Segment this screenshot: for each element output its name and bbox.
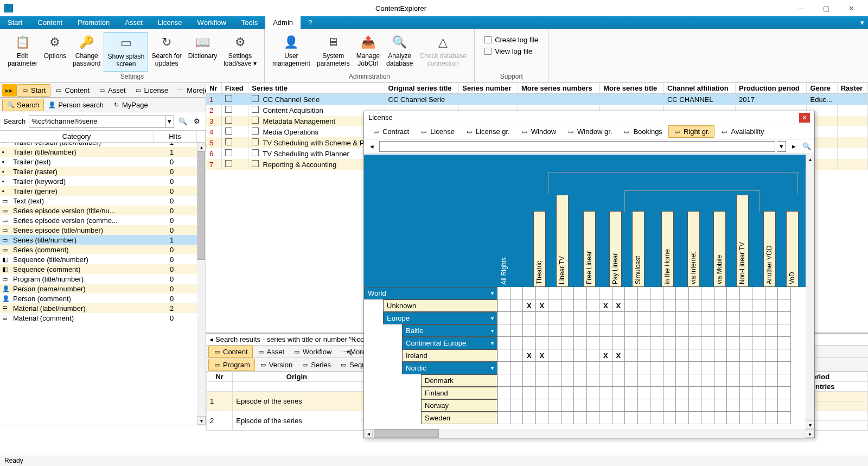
geo-label-ireland[interactable]: Ireland <box>402 349 497 362</box>
ribbon-expand-icon[interactable]: ▾ <box>856 16 868 29</box>
fixed-checkbox[interactable] <box>225 160 232 167</box>
category-row[interactable]: ▭Series episode (title/number)0 <box>0 225 197 235</box>
row-checkbox[interactable] <box>252 117 259 124</box>
license-nav-dropdown-icon[interactable]: ▾ <box>777 141 786 152</box>
category-row[interactable]: ▭Series episode version (title/nu...0 <box>0 206 197 215</box>
menu-tools[interactable]: Tools <box>234 16 265 29</box>
tab-person-search[interactable]: 👤Person search <box>44 99 108 111</box>
row-checkbox[interactable] <box>252 95 259 102</box>
rights-col-in-the-home[interactable]: in the Home <box>661 211 674 287</box>
category-row[interactable]: ▪Trailer (genre)0 <box>0 186 197 196</box>
series-col-header[interactable]: Series number <box>459 83 518 94</box>
series-col-header[interactable]: More series title <box>600 83 664 94</box>
menu-admin[interactable]: Admin <box>265 16 301 29</box>
tab-content[interactable]: ▭Content <box>50 85 94 96</box>
license-tab-contract[interactable]: ▭Contract <box>367 125 414 138</box>
rights-col-vod[interactable]: VoD <box>786 211 799 287</box>
license-hscroll[interactable]: ◂ ▸ <box>364 429 814 438</box>
category-scrollbar[interactable]: ▴ ▾ <box>197 143 206 425</box>
category-row[interactable]: ☰Material (label/number)2 <box>0 303 197 313</box>
fixed-checkbox[interactable] <box>225 127 232 135</box>
rights-col-linear-tv[interactable]: Linear TV <box>556 195 569 287</box>
series-col-header[interactable]: Fixed <box>221 83 248 94</box>
license-next-icon[interactable]: ▸ <box>788 141 799 152</box>
series-col-header[interactable]: Original series title <box>385 83 459 94</box>
series-col-header[interactable]: More series numbers <box>518 83 599 94</box>
menu-promotion[interactable]: Promotion <box>70 16 117 29</box>
scroll-right-icon[interactable]: ▸ <box>806 429 814 438</box>
license-nav-input[interactable] <box>379 141 775 152</box>
tab-asset[interactable]: ▭Asset <box>94 85 130 96</box>
geo-label-norway[interactable]: Norway <box>421 399 497 412</box>
rights-col-simulcast[interactable]: Simulcast <box>632 211 644 287</box>
ribbon-change-button[interactable]: 🔑Changepassword <box>69 32 104 72</box>
license-tab-window[interactable]: ▭Window <box>516 125 561 138</box>
hscroll-thumb[interactable] <box>374 429 439 438</box>
tab-series[interactable]: ▭Series <box>297 359 335 371</box>
ep-col-header[interactable]: Origin <box>233 372 361 382</box>
ribbon-options-button[interactable]: ⚙Options <box>41 32 69 72</box>
menu-?[interactable]: ? <box>301 16 320 29</box>
geo-label-europe[interactable]: Europe▾ <box>383 312 497 324</box>
fixed-checkbox[interactable] <box>225 149 232 156</box>
tab-content[interactable]: ▭Content <box>208 346 253 358</box>
ribbon-system-button[interactable]: 🖥Systemparameters <box>314 32 353 72</box>
category-row[interactable]: ▭Series (comment)0 <box>0 245 197 254</box>
scrollbar-thumb[interactable] <box>197 151 205 260</box>
row-checkbox[interactable] <box>252 149 259 156</box>
category-row[interactable]: ▪Trailer (title/number)1 <box>0 147 197 157</box>
rights-col-via-mobile[interactable]: via Mobile <box>713 211 726 287</box>
nav-arrow-icon[interactable]: ▸▸ <box>2 84 16 97</box>
tab-asset[interactable]: ▭Asset <box>253 346 289 358</box>
rights-col-free-linear[interactable]: Free Linear <box>583 211 596 287</box>
tab-version[interactable]: ▭Version <box>255 359 297 371</box>
category-row[interactable]: ◧Sequence (title/number)0 <box>0 254 197 264</box>
license-prev-icon[interactable]: ◂ <box>366 141 377 152</box>
series-col-header[interactable]: Raster <box>837 83 867 94</box>
menu-content[interactable]: Content <box>30 16 70 29</box>
close-button[interactable]: ✕ <box>839 0 864 16</box>
geo-label-world[interactable]: World▾ <box>364 287 497 299</box>
rights-col-pay-linear[interactable]: Pay Linear <box>609 211 622 287</box>
minimize-button[interactable]: — <box>789 0 814 16</box>
series-col-header[interactable]: Series title <box>248 83 385 94</box>
ribbon-edit-button[interactable]: 📋Editparameter <box>4 32 41 72</box>
category-row[interactable]: ▭Series (title/number)1 <box>0 235 197 245</box>
category-row[interactable]: ▭Series episode version (comme...0 <box>0 215 197 225</box>
ribbon-create-log-file-link[interactable]: Create log file <box>481 34 541 46</box>
rights-col-via-internet[interactable]: via Internet <box>687 211 700 287</box>
license-close-button[interactable]: ✕ <box>799 113 810 123</box>
tab-license[interactable]: ▭License <box>130 85 173 96</box>
ribbon-show-splash-button[interactable]: ▭Show splashscreen <box>104 32 148 72</box>
menu-asset[interactable]: Asset <box>117 16 150 29</box>
row-checkbox[interactable] <box>252 106 259 113</box>
geo-label-denmark[interactable]: Denmark <box>421 374 497 387</box>
category-row[interactable]: 👤Person (comment)0 <box>0 293 197 303</box>
menu-start[interactable]: Start <box>0 16 30 29</box>
ep-col-header2[interactable] <box>207 382 233 392</box>
tab-program[interactable]: ▭Program <box>208 359 255 371</box>
category-row[interactable]: ▪Trailer (text)0 <box>0 157 197 167</box>
search-go-icon[interactable]: 🔍 <box>177 116 188 127</box>
category-row[interactable]: ▭Text (text)0 <box>0 196 197 206</box>
geo-label-sweden[interactable]: Sweden <box>421 412 497 424</box>
ribbon-manage-button[interactable]: 📤ManageJobCtrl <box>353 32 383 72</box>
ep-col-header2[interactable] <box>233 382 361 392</box>
geo-label-continental-europe[interactable]: Continental Europe▾ <box>402 337 497 349</box>
category-list[interactable]: ▪Trailer version (title/number)1▪Trailer… <box>0 143 206 425</box>
ribbon-view-log-file-link[interactable]: View log file <box>481 46 541 57</box>
category-row[interactable]: ☰Material (comment)0 <box>0 313 197 323</box>
ribbon-settings-button[interactable]: ⚙Settingsload/save ▾ <box>220 32 260 72</box>
category-row[interactable]: ◧Sequence (comment)0 <box>0 264 197 274</box>
row-checkbox[interactable] <box>252 127 259 135</box>
tab-search[interactable]: 🔍Search <box>2 99 44 111</box>
fixed-checkbox[interactable] <box>225 106 232 113</box>
category-row[interactable]: ▭Program (title/number)0 <box>0 274 197 284</box>
geo-label-finland[interactable]: Finland <box>421 387 497 399</box>
category-row[interactable]: ▪Trailer (keyword)0 <box>0 176 197 186</box>
rights-col-non-linear-tv[interactable]: Non-Linear TV <box>736 195 749 287</box>
series-row[interactable]: 1 CC Channel SerieCC Channel SerieCC CHA… <box>206 94 868 105</box>
ribbon-analyze-button[interactable]: 🔍Analyzedatabase <box>383 32 416 72</box>
license-vscroll[interactable]: ▴ ▾ <box>806 155 814 429</box>
menu-workflow[interactable]: Workflow <box>190 16 234 29</box>
